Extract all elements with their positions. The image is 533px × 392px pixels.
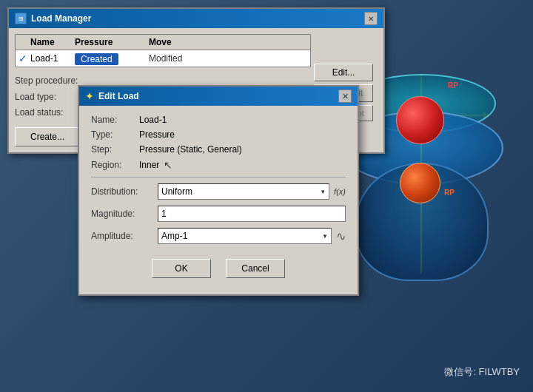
edit-step-label: Step: — [91, 144, 139, 155]
edit-type-label: Type: — [91, 129, 139, 140]
row-modified: Modified — [149, 53, 208, 64]
magnitude-label: Magnitude: — [91, 209, 158, 219]
edit-region-label: Region: — [91, 160, 139, 170]
row-check: ✓ — [16, 53, 30, 64]
table-header: Name Pressure Move — [16, 35, 310, 50]
distribution-row: Distribution: Uniform ▼ f(x) — [91, 183, 346, 200]
titlebar-left: ⊞ Load Manager — [15, 13, 91, 24]
edit-name-label: Name: — [91, 115, 139, 125]
rp-label-top: RP — [448, 81, 458, 89]
load-manager-close-button[interactable]: ✕ — [364, 12, 378, 25]
create-button[interactable]: Create... — [15, 127, 80, 146]
edit-name-value: Load-1 — [139, 115, 167, 125]
distribution-select[interactable]: Uniform ▼ — [158, 183, 329, 200]
col-header-name: Name — [16, 37, 75, 47]
magnitude-input[interactable] — [158, 206, 346, 222]
edit-load-content: Name: Load-1 Type: Pressure Step: Pressu… — [79, 106, 358, 294]
amplitude-value: Amp-1 — [161, 231, 187, 241]
amplitude-row: Amplitude: Amp-1 ▼ ∿ — [91, 228, 346, 244]
edit-titlebar-left: ✦ Edit Load — [85, 90, 139, 102]
edit-load-close-button[interactable]: ✕ — [338, 89, 352, 103]
load-manager-titlebar: ⊞ Load Manager ✕ — [9, 9, 383, 28]
edit-dialog-buttons: OK Cancel — [91, 259, 346, 285]
separator — [91, 177, 346, 178]
ok-button[interactable]: OK — [152, 259, 211, 278]
amplitude-dropdown-arrow: ▼ — [322, 233, 328, 240]
distribution-value: Uniform — [161, 186, 192, 197]
magnitude-row: Magnitude: — [91, 206, 346, 222]
load-manager-icon: ⊞ — [15, 13, 27, 24]
amplitude-select[interactable]: Amp-1 ▼ — [158, 228, 332, 244]
fx-button[interactable]: f(x) — [334, 187, 346, 196]
edit-button[interactable]: Edit... — [314, 64, 373, 81]
cancel-button[interactable]: Cancel — [226, 259, 285, 278]
rp-label-mid: RP — [444, 189, 455, 197]
orange-sphere-mid — [400, 163, 440, 203]
col-header-move: Move — [149, 37, 208, 47]
step-procedure-label: Step procedure: — [15, 73, 81, 89]
table-row[interactable]: ✓ Load-1 Created Modified — [16, 50, 310, 67]
cursor-icon: ↖ — [164, 159, 172, 171]
edit-titlebar-icon: ✦ — [85, 90, 94, 102]
edit-name-row: Name: Load-1 — [91, 115, 346, 125]
edit-load-title: Edit Load — [98, 91, 139, 101]
amplitude-label: Amplitude: — [91, 231, 158, 241]
edit-region-value: Inner — [139, 160, 159, 170]
edit-load-dialog: ✦ Edit Load ✕ Name: Load-1 Type: Pressur… — [78, 85, 359, 296]
created-badge: Created — [75, 53, 118, 65]
edit-step-row: Step: Pressure (Static, General) — [91, 144, 346, 155]
row-name: Load-1 — [30, 53, 75, 64]
edit-load-titlebar: ✦ Edit Load ✕ — [79, 87, 358, 106]
distribution-dropdown-arrow: ▼ — [320, 189, 326, 195]
red-sphere-top — [396, 96, 444, 144]
col-header-pressure: Pressure — [75, 37, 149, 47]
edit-type-value: Pressure — [139, 129, 175, 140]
watermark: 微信号: FILWTBY — [444, 365, 520, 379]
distribution-label: Distribution: — [91, 186, 158, 197]
load-manager-title: Load Manager — [31, 13, 91, 24]
load-type-label: Load type: — [15, 89, 81, 106]
edit-region-row: Region: Inner ↖ — [91, 159, 346, 171]
edit-type-row: Type: Pressure — [91, 129, 346, 140]
wave-icon: ∿ — [336, 229, 346, 243]
edit-step-value: Pressure (Static, General) — [139, 144, 242, 155]
load-status-label: Load status: — [15, 105, 81, 121]
load-table: Name Pressure Move ✓ Load-1 Created Modi… — [15, 34, 311, 67]
row-pressure-badge: Created — [75, 53, 149, 64]
